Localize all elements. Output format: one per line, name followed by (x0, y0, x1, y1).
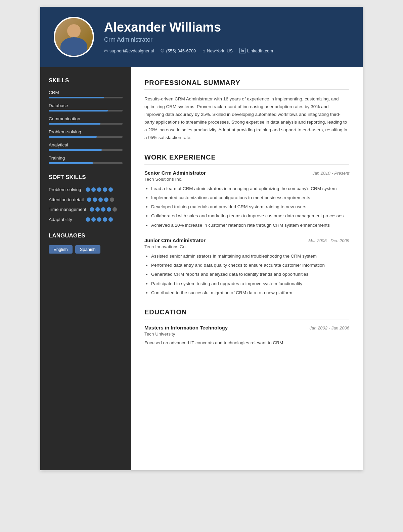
dot (97, 217, 101, 222)
bullet: Developed training materials and provide… (151, 203, 349, 211)
soft-skill-time-mgmt: Time management (49, 207, 123, 213)
bullet: Lead a team of CRM administrators in man… (151, 185, 349, 192)
job-dates-1: Jan 2010 - Present (312, 171, 349, 176)
dot (91, 217, 96, 222)
skills-section-title: SKILLS (49, 77, 123, 84)
dot-empty (110, 197, 114, 202)
skill-item-problem-solving: Problem-solving (49, 129, 123, 138)
linkedin-icon: in (239, 48, 245, 53)
job-entry-1: Senior Crm Administrator Jan 2010 - Pres… (144, 170, 349, 229)
edu-degree-1: Masters in Information Technology (144, 325, 228, 330)
bullet: Achieved a 20% increase in customer rete… (151, 222, 349, 229)
dot-empty (113, 207, 117, 212)
edu-desc-1: Focused on advanced IT concepts and tech… (144, 339, 349, 347)
languages-section-title: LANGUAGES (49, 232, 123, 239)
dot (107, 207, 111, 212)
summary-title: PROFESSIONAL SUMMARY (144, 79, 349, 90)
main-content: PROFESSIONAL SUMMARY Results-driven CRM … (131, 67, 363, 470)
sidebar: SKILLS CRM Database Communication Proble… (40, 67, 131, 470)
skill-item-crm: CRM (49, 90, 123, 98)
dot (95, 207, 100, 212)
edu-entry-1: Masters in Information Technology Jan 20… (144, 325, 349, 347)
job-bullets-2: Assisted senior administrators in mainta… (144, 253, 349, 297)
dot (101, 207, 105, 212)
contact-row: ✉ support@cvdesigner.ai ✆ (555) 345-6789… (104, 48, 349, 53)
skill-item-database: Database (49, 103, 123, 112)
contact-email: ✉ support@cvdesigner.ai (104, 48, 154, 53)
job-dates-2: Mar 2005 - Dec 2009 (308, 238, 349, 243)
candidate-name: Alexander Williams (104, 20, 349, 35)
soft-skill-attention: Attention to detail (49, 197, 123, 203)
lang-english: English (49, 245, 73, 254)
header: Alexander Williams Crm Administrator ✉ s… (40, 7, 363, 67)
contact-location: ⌂ NewYork, US (203, 48, 233, 53)
bullet: Assisted senior administrators in mainta… (151, 253, 349, 260)
header-info: Alexander Williams Crm Administrator ✉ s… (104, 20, 349, 54)
skill-item-analytical: Analytical (49, 142, 123, 151)
lang-spanish: Spanish (75, 245, 100, 254)
experience-title: WORK EXPERIENCE (144, 153, 349, 165)
soft-skill-problem-solving: Problem-solving (49, 187, 123, 193)
edu-school-1: Tech University (144, 331, 349, 337)
education-title: EDUCATION (144, 308, 349, 319)
language-tags: English Spanish (49, 245, 123, 254)
dot (104, 197, 108, 202)
edu-dates-1: Jan 2002 - Jan 2006 (309, 325, 349, 330)
dot (108, 217, 113, 222)
skill-item-communication: Communication (49, 116, 123, 125)
experience-section: WORK EXPERIENCE Senior Crm Administrator… (144, 153, 349, 297)
resume-wrapper: Alexander Williams Crm Administrator ✉ s… (40, 7, 363, 470)
job-title-1: Senior Crm Administrator (144, 170, 206, 176)
bullet: Generated CRM reports and analyzed data … (151, 271, 349, 278)
dot (93, 197, 97, 202)
location-icon: ⌂ (203, 48, 205, 53)
bullet: Participated in system testing and upgra… (151, 280, 349, 287)
dot (108, 187, 113, 192)
body: SKILLS CRM Database Communication Proble… (40, 67, 363, 470)
bullet: Collaborated with sales and marketing te… (151, 212, 349, 220)
dot (91, 187, 96, 192)
education-section: EDUCATION Masters in Information Technol… (144, 308, 349, 347)
soft-skill-adaptability: Adaptability (49, 217, 123, 223)
avatar (54, 17, 94, 57)
dot (90, 207, 94, 212)
dot (87, 197, 91, 202)
bullet: Implemented customizations and configura… (151, 194, 349, 202)
soft-skills-section-title: SOFT SKILLS (49, 174, 123, 181)
dot (86, 187, 90, 192)
job-bullets-1: Lead a team of CRM administrators in man… (144, 185, 349, 229)
skill-item-training: Training (49, 156, 123, 164)
contact-phone: ✆ (555) 345-6789 (161, 48, 196, 53)
job-company-1: Tech Solutions Inc. (144, 177, 349, 182)
job-title-2: Junior Crm Administrator (144, 237, 206, 243)
job-entry-2: Junior Crm Administrator Mar 2005 - Dec … (144, 237, 349, 297)
bullet: Performed data entry and data quality ch… (151, 262, 349, 269)
email-icon: ✉ (104, 48, 108, 53)
dot (97, 187, 101, 192)
bullet: Contributed to the successful migration … (151, 289, 349, 297)
dot (103, 187, 107, 192)
contact-linkedin: in LinkedIn.com (239, 48, 273, 53)
dot (103, 217, 107, 222)
dot (98, 197, 103, 202)
summary-text: Results-driven CRM Administrator with 16… (144, 95, 349, 142)
phone-icon: ✆ (161, 48, 164, 53)
candidate-title: Crm Administrator (104, 36, 349, 43)
job-company-2: Tech Innovations Co. (144, 244, 349, 249)
summary-section: PROFESSIONAL SUMMARY Results-driven CRM … (144, 79, 349, 142)
dot (86, 217, 90, 222)
